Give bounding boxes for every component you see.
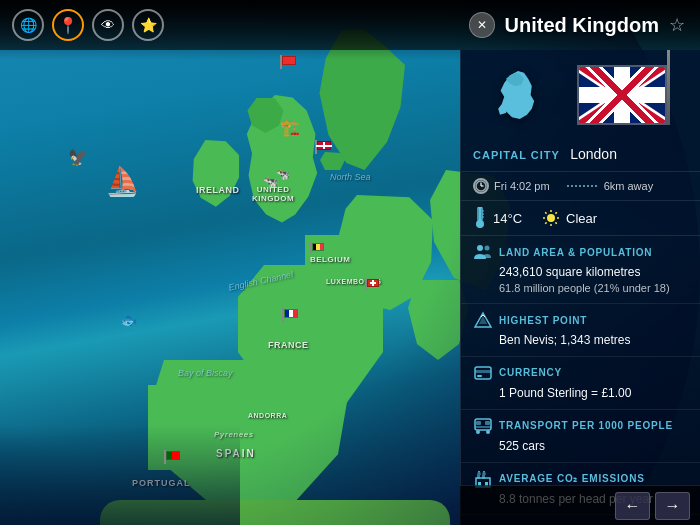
nav-eye-btn[interactable]: 👁 bbox=[92, 9, 124, 41]
svg-line-24 bbox=[555, 222, 556, 223]
info-panel: CAPITAL CITY London Fri 4:02 pm 6km away bbox=[460, 50, 700, 525]
viking-ship: ⛵ bbox=[105, 165, 140, 198]
capital-city: London bbox=[570, 146, 617, 162]
currency-value: 1 Pound Sterling = £1.00 bbox=[473, 385, 688, 402]
currency-title: CURRENCY bbox=[499, 367, 562, 378]
capital-label: CAPITAL CITY bbox=[473, 149, 560, 161]
mountain-svg bbox=[474, 311, 492, 329]
svg-rect-8 bbox=[580, 90, 664, 99]
nav-location-btn[interactable]: 📍 bbox=[52, 9, 84, 41]
top-nav: 🌐 📍 👁 ⭐ ✕ United Kingdom ☆ bbox=[0, 0, 700, 50]
svg-rect-7 bbox=[617, 67, 626, 123]
bus-icon bbox=[473, 417, 493, 435]
time-item: Fri 4:02 pm bbox=[473, 178, 550, 194]
portugal-flag bbox=[164, 450, 180, 460]
land-area-header: LAND AREA & POPULATION bbox=[473, 243, 688, 261]
highest-point-header: HIGHEST POINT bbox=[473, 311, 688, 329]
clock-icon bbox=[473, 178, 489, 194]
land-area-title: LAND AREA & POPULATION bbox=[499, 247, 652, 258]
svg-line-26 bbox=[545, 222, 546, 223]
land-area-value2: 61.8 million people (21% under 18) bbox=[473, 281, 688, 296]
flag-pole bbox=[667, 50, 670, 125]
flag-container bbox=[577, 65, 667, 125]
windmill-icon: 🏗️ bbox=[280, 118, 300, 137]
nav-star-btn[interactable]: ⭐ bbox=[132, 9, 164, 41]
bay-of-biscay-label: Bay of Biscay bbox=[178, 368, 233, 378]
transport-title: TRANSPORT PER 1000 PEOPLE bbox=[499, 420, 673, 431]
weather-value: Clear bbox=[566, 211, 597, 226]
svg-point-14 bbox=[476, 220, 484, 228]
distance-item: 6km away bbox=[565, 180, 654, 192]
svg-rect-33 bbox=[477, 375, 482, 377]
distance-line bbox=[567, 185, 597, 187]
svg-point-18 bbox=[547, 214, 555, 222]
svg-rect-42 bbox=[482, 475, 485, 479]
close-icon: ✕ bbox=[477, 18, 487, 32]
highest-point-section: HIGHEST POINT Ben Nevis; 1,343 metres bbox=[461, 304, 700, 357]
svg-line-23 bbox=[545, 212, 546, 213]
country-flag bbox=[577, 65, 667, 125]
svg-line-3 bbox=[580, 67, 664, 123]
transport-section: TRANSPORT PER 1000 PEOPLE 525 cars bbox=[461, 410, 700, 463]
thermometer-icon bbox=[473, 207, 487, 229]
svg-point-38 bbox=[476, 430, 480, 434]
country-title: United Kingdom bbox=[505, 14, 659, 37]
swiss-flag bbox=[365, 278, 379, 287]
currency-icon bbox=[473, 364, 493, 382]
svg-rect-32 bbox=[475, 370, 491, 373]
country-header: ✕ United Kingdom ☆ bbox=[454, 0, 700, 50]
weather-item: Clear bbox=[542, 209, 597, 227]
andorra-label: ANDORRA bbox=[248, 412, 287, 419]
svg-rect-5 bbox=[614, 67, 629, 123]
bird-icon: 🦅 bbox=[68, 148, 88, 167]
svg-rect-0 bbox=[580, 67, 664, 123]
svg-line-25 bbox=[555, 212, 556, 213]
weather-row: 14°C Clear bbox=[461, 201, 700, 236]
bus-svg bbox=[474, 418, 492, 434]
svg-rect-36 bbox=[485, 421, 490, 425]
svg-line-1 bbox=[580, 67, 664, 123]
country-visuals bbox=[461, 50, 700, 140]
currency-header: CURRENCY bbox=[473, 364, 688, 382]
nav-icons: 🌐 📍 👁 ⭐ bbox=[0, 9, 176, 41]
uk-shape bbox=[480, 65, 550, 130]
france-label: FRANCE bbox=[268, 340, 309, 350]
bottom-fade bbox=[0, 425, 240, 525]
france-flag bbox=[282, 308, 298, 318]
uk-shape-svg bbox=[485, 68, 545, 128]
svg-rect-41 bbox=[477, 475, 480, 479]
prev-country-button[interactable]: ← bbox=[615, 492, 650, 520]
highest-point-value: Ben Nevis; 1,343 metres bbox=[473, 332, 688, 349]
people-svg bbox=[474, 243, 492, 261]
highest-point-title: HIGHEST POINT bbox=[499, 315, 587, 326]
norway-flag bbox=[280, 55, 296, 65]
svg-rect-13 bbox=[479, 207, 481, 220]
nav-globe-btn[interactable]: 🌐 bbox=[12, 9, 44, 41]
clock-svg bbox=[475, 180, 487, 192]
svg-rect-35 bbox=[476, 421, 481, 425]
belgium-label: BELGIUM bbox=[310, 255, 350, 264]
ireland-label: IRELAND bbox=[196, 185, 240, 195]
north-sea-label: North Sea bbox=[330, 172, 371, 182]
svg-point-28 bbox=[485, 246, 490, 251]
land-area-value1: 243,610 square kilometres bbox=[473, 264, 688, 281]
mountain-icon bbox=[473, 311, 493, 329]
temperature-value: 14°C bbox=[493, 211, 522, 226]
sun-icon bbox=[542, 209, 560, 227]
currency-section: CURRENCY 1 Pound Sterling = £1.00 bbox=[461, 357, 700, 410]
close-button[interactable]: ✕ bbox=[469, 12, 495, 38]
card-svg bbox=[474, 366, 492, 380]
co2-title: AVERAGE CO₂ EMISSIONS bbox=[499, 473, 645, 484]
svg-point-27 bbox=[477, 245, 483, 251]
svg-line-4 bbox=[580, 67, 664, 123]
next-country-button[interactable]: → bbox=[655, 492, 690, 520]
nav-globe-icon: 🌐 bbox=[20, 17, 37, 33]
cow-icon-2: 🐄 bbox=[276, 168, 290, 181]
denmark-flag bbox=[315, 140, 331, 150]
capital-section: CAPITAL CITY London bbox=[461, 140, 700, 172]
bottom-nav: ← → bbox=[460, 485, 700, 525]
people-icon bbox=[473, 243, 493, 261]
bookmark-button[interactable]: ☆ bbox=[669, 14, 685, 36]
svg-line-2 bbox=[580, 67, 664, 123]
land-area-section: LAND AREA & POPULATION 243,610 square ki… bbox=[461, 236, 700, 304]
